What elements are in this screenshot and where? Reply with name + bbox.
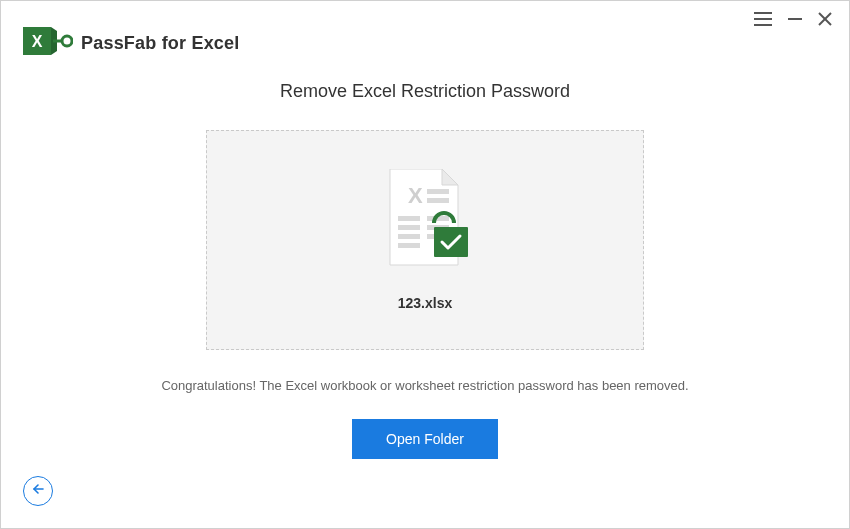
back-button[interactable] bbox=[23, 476, 53, 506]
svg-rect-23 bbox=[434, 227, 468, 257]
svg-rect-20 bbox=[398, 234, 420, 239]
svg-marker-12 bbox=[442, 169, 458, 185]
open-folder-button[interactable]: Open Folder bbox=[352, 419, 498, 459]
app-brand: X PassFab for Excel bbox=[23, 25, 239, 61]
close-icon[interactable] bbox=[817, 11, 833, 27]
excel-unlocked-icon: X bbox=[380, 169, 470, 277]
app-name: PassFab for Excel bbox=[81, 33, 239, 54]
main-content: Remove Excel Restriction Password X bbox=[1, 81, 849, 459]
app-logo-icon: X bbox=[23, 25, 73, 61]
svg-rect-22 bbox=[398, 243, 420, 248]
svg-rect-18 bbox=[398, 225, 420, 230]
svg-rect-15 bbox=[427, 198, 449, 203]
svg-rect-16 bbox=[398, 216, 420, 221]
filename-label: 123.xlsx bbox=[398, 295, 453, 311]
status-message: Congratulations! The Excel workbook or w… bbox=[161, 378, 688, 393]
window-controls bbox=[737, 1, 849, 37]
arrow-left-icon bbox=[31, 482, 45, 500]
menu-icon[interactable] bbox=[753, 11, 773, 27]
file-result-panel: X 123.xlsx bbox=[206, 130, 644, 350]
svg-text:X: X bbox=[32, 33, 43, 50]
svg-point-9 bbox=[62, 36, 72, 46]
minimize-icon[interactable] bbox=[787, 11, 803, 27]
page-title: Remove Excel Restriction Password bbox=[280, 81, 570, 102]
svg-rect-14 bbox=[427, 189, 449, 194]
svg-text:X: X bbox=[408, 183, 423, 208]
